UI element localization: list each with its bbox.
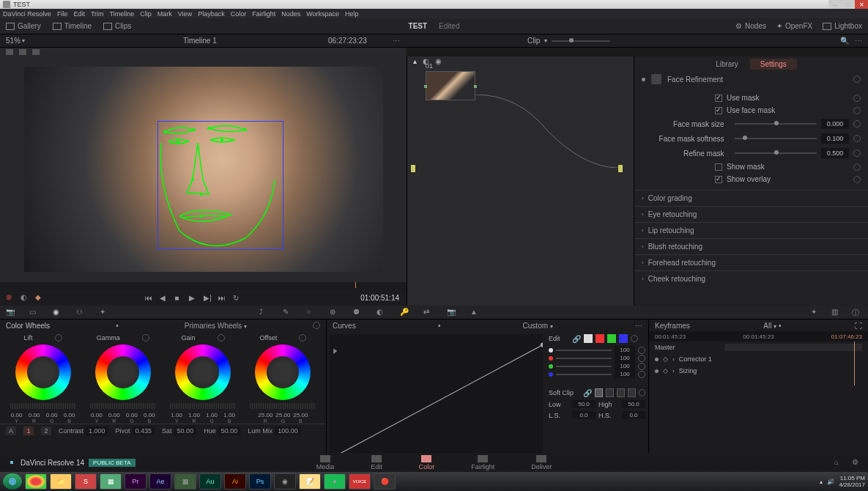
node-output-bar[interactable] [618, 165, 623, 172]
chevron-right-icon[interactable]: › [672, 368, 675, 374]
color-wheels-icon[interactable]: ◉ [53, 308, 63, 317]
cheek-retouching-section[interactable]: ›Cheek retouching [634, 270, 868, 287]
channel-g[interactable] [607, 334, 616, 343]
start-button[interactable] [3, 473, 22, 490]
keyframe-playhead[interactable] [854, 342, 855, 385]
sizing-icon[interactable]: ⇄ [423, 308, 434, 317]
sizing-label[interactable]: Sizing [679, 367, 697, 374]
first-frame-button[interactable]: ⏮ [145, 294, 154, 301]
show-mask-checkbox[interactable] [715, 163, 722, 171]
rgb-mixer-icon[interactable]: ⚇ [76, 308, 86, 317]
qualifier-icon[interactable]: ✎ [283, 308, 293, 317]
taskbar-explorer[interactable]: 📁 [50, 473, 72, 490]
prev-frame-button[interactable]: ◀ [160, 294, 168, 301]
jog-wheel[interactable] [170, 403, 236, 409]
hue-value[interactable]: 50.00 [218, 427, 241, 435]
menu-edit[interactable]: Edit [73, 10, 85, 18]
color-grading-section[interactable]: ›Color grading [634, 190, 868, 206]
reset-icon[interactable] [313, 322, 320, 329]
reset-icon[interactable] [853, 176, 861, 183]
motion-effects-icon[interactable]: ✦ [100, 308, 110, 317]
low-value[interactable]: 50.0 [572, 400, 596, 408]
wheel-value[interactable]: 25.00 [292, 412, 308, 418]
reset-icon[interactable] [639, 389, 645, 396]
menu-davinci[interactable]: DaVinci Resolve [3, 10, 51, 18]
curves-options-icon[interactable]: ⋯ [635, 322, 642, 330]
close-button[interactable]: ✕ [855, 0, 868, 9]
settings-icon[interactable]: ⚙ [852, 458, 861, 467]
viewer[interactable] [0, 56, 407, 282]
timeline-name[interactable]: Timeline 1 [183, 37, 217, 45]
keyframe-mode-icon[interactable]: ✦ [811, 308, 821, 317]
face-mask-softness-slider[interactable] [735, 138, 817, 139]
color-match-icon[interactable]: ▭ [29, 308, 40, 317]
wheel-value[interactable]: 1.00 [221, 412, 237, 418]
face-refinement-header[interactable]: Face Refinement [634, 71, 868, 87]
channel-dot-icon[interactable] [549, 364, 553, 369]
page-2[interactable]: 2 [41, 427, 51, 435]
contrast-value[interactable]: 1.000 [86, 427, 108, 435]
pointer-icon[interactable]: ▴ [413, 57, 417, 65]
scopes-icon[interactable]: ▥ [831, 308, 842, 317]
gallery-toggle[interactable]: Gallery [6, 22, 41, 30]
reset-icon[interactable] [853, 120, 861, 128]
taskbar-notes[interactable]: 📝 [299, 473, 321, 490]
color-page-tab[interactable]: Color [419, 455, 435, 470]
channel-dot-icon[interactable] [549, 348, 553, 352]
window-icon[interactable]: ○ [306, 308, 316, 317]
reset-icon[interactable] [638, 347, 645, 354]
taskbar-photoshop[interactable]: Ps [249, 473, 271, 490]
lightbox-toggle[interactable]: Lightbox [823, 22, 862, 30]
face-mask-softness-value[interactable]: 0.100 [821, 133, 849, 144]
blush-retouching-section[interactable]: ›Blush retouching [634, 238, 868, 254]
taskbar-premiere[interactable]: Pr [125, 473, 146, 490]
taskbar-record[interactable]: 🔴 [374, 473, 396, 490]
wheel-value[interactable]: 0.00 [124, 412, 140, 418]
chevron-down-icon[interactable]: ▾ [244, 323, 247, 330]
clips-toggle[interactable]: Clips [103, 22, 131, 30]
reset-icon[interactable] [142, 334, 149, 342]
taskbar-app-1[interactable]: S [75, 473, 97, 490]
nodes-toggle[interactable]: ⚙Nodes [735, 22, 766, 30]
softclip-g[interactable] [617, 388, 625, 397]
menu-timeline[interactable]: Timeline [110, 10, 135, 18]
viewer-mode-1[interactable] [6, 49, 13, 55]
menu-workspace[interactable]: Workspace [306, 10, 339, 18]
master-track[interactable] [725, 344, 862, 351]
wheel-value[interactable]: 0.00 [106, 412, 122, 418]
color-wheel[interactable] [255, 344, 311, 400]
page-a[interactable]: A [6, 427, 16, 435]
stop-button[interactable]: ■ [174, 294, 183, 301]
reset-icon[interactable] [299, 334, 306, 342]
curve-graph[interactable] [330, 334, 543, 470]
menu-clip[interactable]: Clip [140, 10, 152, 18]
curves-icon[interactable]: ⤴ [259, 308, 270, 317]
timeline-toggle[interactable]: Timeline [53, 22, 92, 30]
reset-icon[interactable] [853, 107, 861, 114]
softclip-r[interactable] [606, 388, 614, 397]
taskbar-voice[interactable]: VOICE [349, 473, 371, 490]
media-page-tab[interactable]: Media [316, 455, 335, 470]
wheel-value[interactable]: 0.00 [141, 412, 157, 418]
sat-value[interactable]: 50.00 [174, 427, 197, 435]
forehead-retouching-section[interactable]: ›Forehead retouching [634, 254, 868, 270]
clip-chevron-icon[interactable]: ▾ [544, 37, 547, 44]
chevron-down-icon[interactable]: ▾ [550, 323, 553, 330]
viewer-mode-3[interactable] [32, 49, 40, 55]
softclip-b[interactable] [628, 388, 636, 397]
node-input-bar[interactable] [411, 165, 415, 172]
home-icon[interactable]: ⌂ [834, 458, 843, 467]
channel-value[interactable]: 100 [615, 370, 635, 378]
wheel-value[interactable]: 25.00 [257, 412, 273, 418]
wheel-value[interactable]: 0.00 [89, 412, 105, 418]
lip-retouching-section[interactable]: ›Lip retouching [634, 222, 868, 238]
tray-volume-icon[interactable]: 🔊 [827, 479, 834, 485]
taskbar-aftereffects[interactable]: Ae [149, 473, 171, 490]
channel-value[interactable]: 100 [615, 346, 635, 354]
minimize-button[interactable]: — [828, 0, 842, 9]
fairlight-page-tab[interactable]: Fairlight [471, 455, 494, 470]
color-wheel[interactable] [15, 344, 71, 400]
channel-slider[interactable] [556, 374, 612, 375]
channel-b[interactable] [619, 334, 628, 343]
viewer-options-icon[interactable]: ⋯ [393, 37, 400, 45]
